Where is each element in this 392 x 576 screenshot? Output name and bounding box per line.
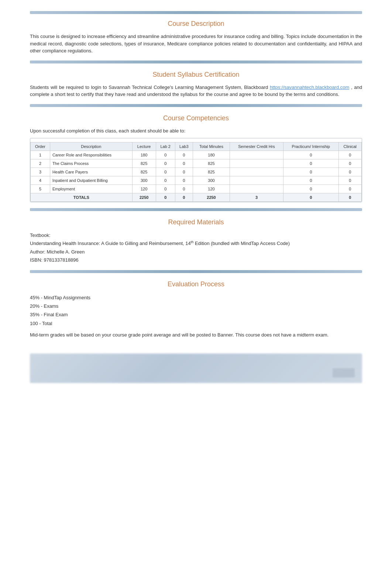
col-header-semester-credit: Semester Credit Hrs (230, 142, 283, 151)
cell-total-minutes: 180 (193, 151, 230, 159)
table-row: 3 Health Care Payers 825 0 0 825 0 0 (31, 168, 362, 176)
syllabus-title: Student Syllabus Certification (30, 71, 362, 79)
col-header-clinical: Clinical (338, 142, 361, 151)
totals-label: TOTALS (31, 193, 133, 202)
cell-clinical: 0 (338, 159, 361, 168)
textbook-label: Textbook: (30, 231, 362, 239)
book-title-after: Edition (bundled with MindTap Access Cod… (193, 241, 290, 246)
competencies-table-container: Order Description Lecture Lab 2 Lab3 Tot… (30, 138, 362, 202)
bottom-divider-4 (30, 270, 362, 273)
cell-semester-credit (230, 151, 283, 159)
bottom-divider-3 (30, 208, 362, 211)
cell-lab3: 0 (175, 168, 193, 176)
cell-total-minutes: 300 (193, 176, 230, 185)
evaluation-note: Mid-term grades will be based on your co… (30, 331, 362, 339)
cell-practicum: 0 (283, 151, 338, 159)
totals-lecture: 2250 (132, 193, 156, 202)
bottom-divider-2 (30, 104, 362, 107)
cell-lab3: 0 (175, 151, 193, 159)
col-header-lab2: Lab 2 (156, 142, 175, 151)
required-materials-title: Required Materials (30, 218, 362, 226)
totals-practicum: 0 (283, 193, 338, 202)
cell-semester-credit (230, 185, 283, 193)
evaluation-section: Evaluation Process 45% - MindTap Assignm… (30, 277, 362, 346)
col-header-order: Order (31, 142, 50, 151)
col-header-practicum: Practicum/ Internship (283, 142, 338, 151)
syllabus-body-before: Students will be required to login to Sa… (30, 84, 270, 90)
evaluation-title: Evaluation Process (30, 280, 362, 288)
cell-lecture: 120 (132, 185, 156, 193)
evaluation-list: 45% - MindTap Assignments20% - Exams35% … (30, 293, 362, 328)
cell-practicum: 0 (283, 159, 338, 168)
cell-practicum: 0 (283, 185, 338, 193)
cell-lab3: 0 (175, 185, 193, 193)
cell-total-minutes: 825 (193, 168, 230, 176)
required-materials-section: Required Materials Textbook: Understandi… (30, 215, 362, 277)
cell-clinical: 0 (338, 168, 361, 176)
cell-clinical: 0 (338, 176, 361, 185)
table-row: 2 The Claims Process 825 0 0 825 0 0 (31, 159, 362, 168)
syllabus-section: Student Syllabus Certification Students … (30, 67, 362, 111)
cell-lab2: 0 (156, 151, 175, 159)
cell-semester-credit (230, 176, 283, 185)
totals-row: TOTALS 2250 0 0 2250 3 0 0 (31, 193, 362, 202)
totals-lab3: 0 (175, 193, 193, 202)
table-row: 4 Inpatient and Outpatient Billing 300 0… (31, 176, 362, 185)
list-item: 20% - Exams (30, 302, 362, 310)
cell-description: Health Care Payers (50, 168, 132, 176)
col-header-total-minutes: Total Minutes (193, 142, 230, 151)
cell-lab3: 0 (175, 176, 193, 185)
bottom-divider-1 (30, 61, 362, 63)
cell-lecture: 300 (132, 176, 156, 185)
cell-description: Employment (50, 185, 132, 193)
cell-semester-credit (230, 168, 283, 176)
cell-description: Career Role and Responsibilities (50, 151, 132, 159)
book-title-before: Understanding Health Insurance: A Guide … (30, 241, 191, 246)
cell-clinical: 0 (338, 151, 361, 159)
syllabus-body: Students will be required to login to Sa… (30, 84, 362, 98)
cell-semester-credit (230, 159, 283, 168)
list-item: 35% - Final Exam (30, 310, 362, 319)
author: Author: Michelle A. Green (30, 248, 362, 256)
competencies-table: Order Description Lecture Lab 2 Lab3 Tot… (30, 142, 362, 202)
col-header-lab3: Lab3 (175, 142, 193, 151)
cell-lab2: 0 (156, 168, 175, 176)
competencies-intro: Upon successful completion of this class… (30, 127, 362, 135)
cell-total-minutes: 825 (193, 159, 230, 168)
blackboard-link[interactable]: https://savannahtech.blackboard.com (270, 84, 349, 90)
blurred-banner-button (333, 368, 355, 377)
col-header-description: Description (50, 142, 132, 151)
cell-total-minutes: 120 (193, 185, 230, 193)
totals-clinical: 0 (338, 193, 361, 202)
list-item: 100 - Total (30, 319, 362, 328)
totals-semester-credit: 3 (230, 193, 283, 202)
blurred-footer-banner (30, 353, 362, 383)
cell-lab3: 0 (175, 159, 193, 168)
isbn: ISBN: 9781337818896 (30, 256, 362, 264)
cell-description: The Claims Process (50, 159, 132, 168)
course-description-title: Course Description (30, 20, 362, 28)
cell-lab2: 0 (156, 176, 175, 185)
cell-lecture: 825 (132, 159, 156, 168)
cell-order: 5 (31, 185, 50, 193)
cell-practicum: 0 (283, 176, 338, 185)
cell-clinical: 0 (338, 185, 361, 193)
cell-order: 3 (31, 168, 50, 176)
course-description-body: This course is designed to increase effi… (30, 33, 362, 55)
cell-order: 4 (31, 176, 50, 185)
cell-lecture: 825 (132, 168, 156, 176)
cell-description: Inpatient and Outpatient Billing (50, 176, 132, 185)
materials-body: Textbook: Understanding Health Insurance… (30, 231, 362, 264)
book-title: Understanding Health Insurance: A Guide … (30, 239, 362, 248)
cell-lab2: 0 (156, 185, 175, 193)
totals-total-minutes: 2250 (193, 193, 230, 202)
competencies-title: Course Competencies (30, 114, 362, 122)
cell-order: 1 (31, 151, 50, 159)
totals-lab2: 0 (156, 193, 175, 202)
col-header-lecture: Lecture (132, 142, 156, 151)
course-description-section: Course Description This course is design… (30, 7, 362, 67)
cell-lab2: 0 (156, 159, 175, 168)
cell-order: 2 (31, 159, 50, 168)
cell-lecture: 180 (132, 151, 156, 159)
top-divider-1 (30, 11, 362, 14)
